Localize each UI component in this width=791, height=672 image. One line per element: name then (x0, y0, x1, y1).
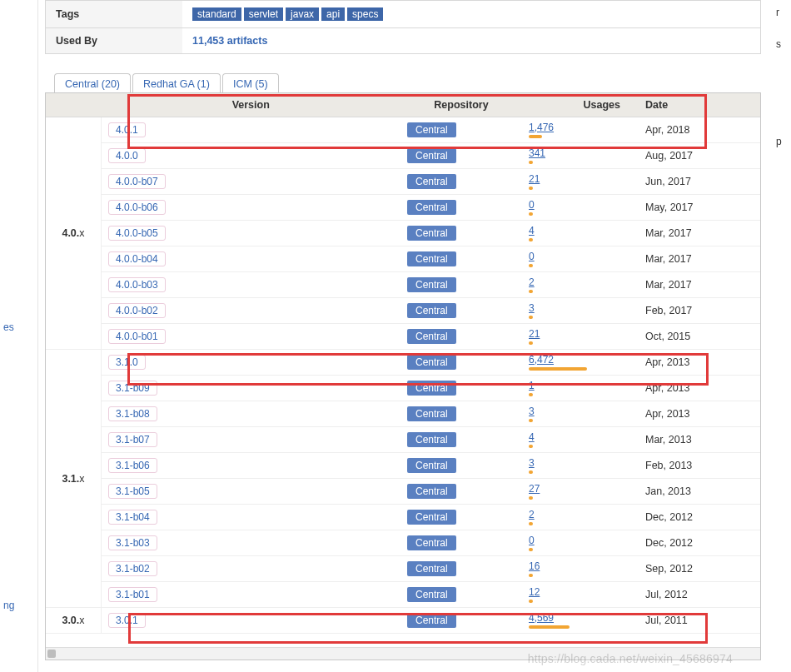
repo-badge[interactable]: Central (407, 406, 456, 421)
usages-link[interactable]: 4,569 (529, 612, 554, 624)
usages-link[interactable]: 12 (529, 586, 540, 598)
version-link[interactable]: 3.1-b06 (108, 458, 157, 473)
usages-bar (529, 238, 533, 241)
usages-link[interactable]: 0 (529, 251, 535, 262)
date-cell: Dec, 2012 (627, 505, 760, 530)
usages-link[interactable]: 21 (529, 173, 540, 185)
date-cell: Feb, 2013 (627, 453, 760, 479)
table-row: 4.0.x4.0.1Central1,476Apr, 2018 (46, 117, 760, 143)
usages-link[interactable]: 3 (529, 406, 535, 417)
version-link[interactable]: 3.1-b02 (108, 561, 157, 576)
repo-badge[interactable]: Central (407, 432, 456, 447)
version-link[interactable]: 4.0.0-b07 (108, 174, 166, 189)
repo-badge[interactable]: Central (407, 200, 456, 215)
repo-badge[interactable]: Central (407, 174, 456, 189)
usages-link[interactable]: 21 (529, 328, 540, 340)
usages-link[interactable]: 2 (529, 509, 535, 520)
table-row: 4.0.0-b01Central21Oct, 2015 (46, 324, 760, 350)
usages-link[interactable]: 3 (529, 302, 535, 314)
usages-link[interactable]: 1,476 (529, 122, 554, 133)
tab-1[interactable]: Redhat GA (1) (132, 73, 221, 94)
usages-bar (529, 316, 533, 319)
repo-badge[interactable]: Central (407, 535, 456, 550)
version-link[interactable]: 4.0.0-b03 (108, 277, 166, 292)
usages-link[interactable]: 1 (529, 380, 535, 391)
tab-0[interactable]: Central (20) (54, 73, 131, 94)
repository-tabs: Central (20)Redhat GA (1)ICM (5) (54, 72, 761, 93)
usedby-link[interactable]: 11,453 artifacts (192, 35, 267, 47)
usages-bar (529, 135, 542, 138)
left-sidebar-link-2[interactable]: ng (3, 600, 14, 611)
repo-badge[interactable]: Central (407, 355, 456, 370)
right-fragment-2: s (776, 38, 781, 50)
usages-link[interactable]: 4 (529, 225, 535, 236)
usages-link[interactable]: 16 (529, 560, 540, 572)
tag-api[interactable]: api (321, 7, 345, 21)
table-row: 3.1-b09Central1Apr, 2013 (46, 376, 760, 401)
usages-link[interactable]: 0 (529, 199, 535, 211)
table-row: 4.0.0-b05Central4Mar, 2017 (46, 221, 760, 246)
col-repository: Repository (400, 93, 522, 117)
repo-badge[interactable]: Central (407, 510, 456, 525)
usages-bar (529, 600, 533, 603)
usages-bar (529, 187, 533, 190)
version-link[interactable]: 3.1-b05 (108, 484, 157, 499)
versions-grid: Version Repository Usages Date 4.0.x4.0.… (45, 92, 761, 660)
usages-link[interactable]: 2 (529, 276, 535, 288)
table-row: 3.1-b08Central3Apr, 2013 (46, 401, 760, 427)
date-cell: Jul, 2012 (627, 582, 760, 608)
usages-link[interactable]: 341 (529, 147, 545, 159)
version-link[interactable]: 4.0.1 (108, 122, 146, 137)
date-cell: Aug, 2017 (627, 143, 760, 169)
version-link[interactable]: 3.1-b09 (108, 381, 157, 396)
tag-javax[interactable]: javax (286, 7, 319, 21)
tag-specs[interactable]: specs (347, 7, 383, 21)
usages-bar (529, 419, 533, 422)
date-cell: Apr, 2013 (627, 401, 760, 427)
version-link[interactable]: 3.1.0 (108, 355, 146, 370)
version-link[interactable]: 3.0.1 (108, 613, 146, 628)
usages-bar (529, 290, 533, 293)
version-link[interactable]: 4.0.0-b02 (108, 303, 166, 318)
usages-link[interactable]: 0 (529, 535, 535, 546)
repo-badge[interactable]: Central (407, 277, 456, 292)
repo-badge[interactable]: Central (407, 329, 456, 344)
repo-badge[interactable]: Central (407, 251, 456, 266)
usages-bar (529, 264, 533, 267)
version-link[interactable]: 3.1-b07 (108, 432, 157, 447)
col-version: Version (102, 93, 401, 117)
usages-bar (529, 625, 570, 629)
repo-badge[interactable]: Central (407, 484, 456, 499)
tab-2[interactable]: ICM (5) (222, 73, 279, 94)
version-link[interactable]: 4.0.0-b05 (108, 226, 166, 241)
repo-badge[interactable]: Central (407, 587, 456, 602)
repo-badge[interactable]: Central (407, 226, 456, 241)
version-link[interactable]: 3.1-b03 (108, 535, 157, 550)
repo-badge[interactable]: Central (407, 458, 456, 473)
usages-link[interactable]: 27 (529, 483, 540, 495)
version-link[interactable]: 4.0.0-b01 (108, 329, 166, 344)
version-link[interactable]: 3.1-b08 (108, 406, 157, 421)
repo-badge[interactable]: Central (407, 613, 456, 628)
left-sidebar-link-1[interactable]: es (3, 321, 14, 333)
repo-badge[interactable]: Central (407, 122, 456, 137)
usages-link[interactable]: 6,472 (529, 354, 554, 366)
version-link[interactable]: 4.0.0 (108, 148, 146, 163)
date-cell: Jan, 2013 (627, 479, 760, 505)
version-link[interactable]: 4.0.0-b06 (108, 200, 166, 215)
repo-badge[interactable]: Central (407, 303, 456, 318)
usages-link[interactable]: 4 (529, 431, 535, 443)
repo-badge[interactable]: Central (407, 381, 456, 396)
table-row: 3.1-b01Central12Jul, 2012 (46, 582, 760, 608)
usages-bar (529, 161, 533, 164)
version-link[interactable]: 3.1-b01 (108, 587, 157, 602)
meta-label-usedby: Used By (46, 28, 183, 54)
tag-standard[interactable]: standard (192, 7, 241, 21)
version-link[interactable]: 4.0.0-b04 (108, 251, 166, 266)
repo-badge[interactable]: Central (407, 148, 456, 163)
tag-servlet[interactable]: servlet (244, 7, 283, 21)
date-cell: Jun, 2017 (627, 169, 760, 195)
repo-badge[interactable]: Central (407, 561, 456, 576)
version-link[interactable]: 3.1-b04 (108, 510, 157, 525)
usages-link[interactable]: 3 (529, 457, 535, 469)
